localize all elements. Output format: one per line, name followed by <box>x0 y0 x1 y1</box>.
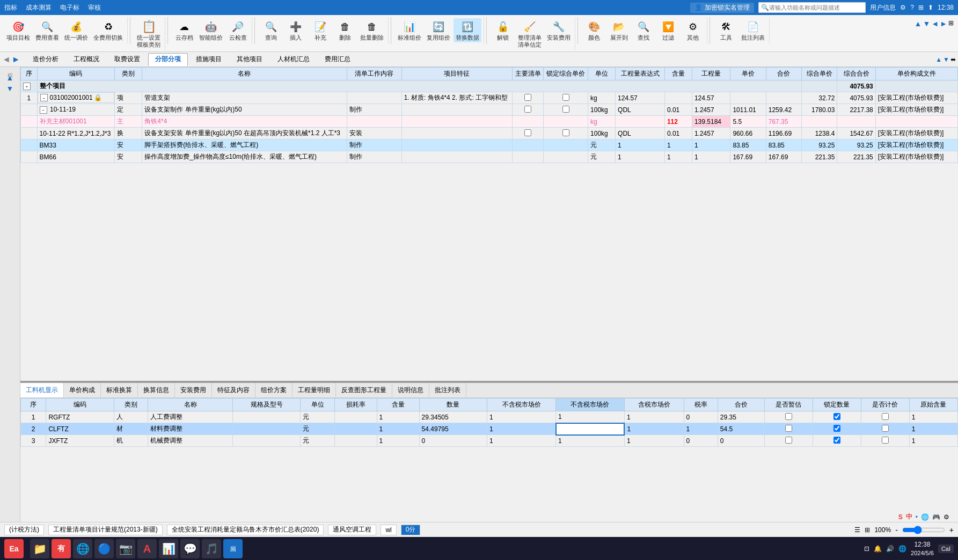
row-lock-unit[interactable] <box>544 128 588 139</box>
brow-estimate[interactable] <box>764 423 813 435</box>
estimate-check[interactable] <box>785 413 792 420</box>
tab-sub-projects[interactable]: 分部分项 <box>148 53 188 66</box>
insert-btn[interactable]: ➕ 插入 <box>284 18 308 42</box>
lock-unit-check[interactable] <box>562 94 569 101</box>
taskbar-video[interactable]: 🎵 <box>202 539 221 558</box>
tab-annotation-list-bottom[interactable]: 批注列表 <box>429 383 466 397</box>
all-price-btn[interactable]: 💰 统一调价 <box>62 18 90 42</box>
taskbar-chat[interactable]: 💬 <box>180 539 200 558</box>
row-main-list[interactable] <box>513 116 544 128</box>
zoom-in-btn[interactable]: + <box>949 526 954 534</box>
main-list-check[interactable] <box>524 106 531 113</box>
taskbar-office[interactable]: 📊 <box>159 539 178 558</box>
row-lock-unit[interactable] <box>544 104 588 116</box>
brand-icon2[interactable]: 🌐 <box>921 513 929 521</box>
taskbar-show-desktop[interactable]: ⊡ <box>864 545 869 552</box>
status-project[interactable]: 通风空调工程 <box>328 525 376 535</box>
status-standard[interactable]: 工程量清单项目计量规范(2013-新疆) <box>48 525 163 535</box>
tab-project-overview[interactable]: 工程概况 <box>67 53 106 66</box>
row-lock-unit[interactable] <box>544 92 588 104</box>
taskbar-cal[interactable]: CaI <box>938 544 954 553</box>
view-grid-icon[interactable]: ⊞ <box>865 526 870 534</box>
row-code[interactable]: BM33 <box>37 139 115 151</box>
smart-price-btn[interactable]: 🤖 智能组价 <box>197 18 225 42</box>
row-main-list[interactable] <box>513 128 544 139</box>
delete-btn[interactable]: 🗑 删除 <box>333 18 357 42</box>
tab-features-content[interactable]: 特征及内容 <box>212 383 255 397</box>
settings-icon[interactable]: ⚙ <box>900 4 906 11</box>
nav-next-btn[interactable]: ► <box>12 55 20 64</box>
search-input[interactable] <box>769 4 863 11</box>
filter-btn[interactable]: 🔽 过滤 <box>656 18 680 42</box>
batch-delete-btn[interactable]: 🗑 批量删除 <box>358 18 386 42</box>
row-collapse-btn[interactable]: - <box>40 94 48 101</box>
user-management-btn[interactable]: 👤 加密锁实名管理 <box>690 3 754 13</box>
main-list-check[interactable] <box>524 94 531 101</box>
layout-icon[interactable]: ⊞ <box>918 4 924 11</box>
taskbar-cad[interactable]: A <box>137 539 157 558</box>
view-list-icon[interactable]: ☰ <box>854 526 860 534</box>
up-arrow-btn[interactable]: ▲ <box>915 19 922 28</box>
standard-group-btn[interactable]: 📊 标准组价 <box>396 18 423 42</box>
next-btn[interactable]: ► <box>940 19 947 28</box>
tab-replace-info[interactable]: 换算信息 <box>138 383 175 397</box>
taskbar-network[interactable]: 🌐 <box>898 545 906 552</box>
tab-group-scheme[interactable]: 组价方案 <box>255 383 292 397</box>
query-btn[interactable]: 🔍 查询 <box>259 18 283 42</box>
reuse-group-btn[interactable]: 🔄 复用组价 <box>425 18 452 42</box>
nav-prev-btn[interactable]: ◄ <box>2 55 11 64</box>
tab-labor-summary[interactable]: 人材机汇总 <box>270 53 317 66</box>
row-lock-unit[interactable] <box>544 151 588 163</box>
tab-note-info[interactable]: 说明信息 <box>392 383 429 397</box>
row-main-list[interactable] <box>513 92 544 104</box>
brow-estimate[interactable] <box>764 435 813 447</box>
tab-audit[interactable]: 审核 <box>88 3 101 12</box>
all-reuse-btn[interactable]: ♻ 全费用切换 <box>91 18 125 42</box>
tab-reverse-drawing[interactable]: 反查图形工程量 <box>336 383 392 397</box>
tab-fee-summary[interactable]: 费用汇总 <box>318 53 357 66</box>
taskbar-explorer[interactable]: 📁 <box>30 539 49 558</box>
status-calc-method[interactable]: (计税方法) <box>4 525 44 535</box>
row-code[interactable]: - 031002001001 🔒 <box>38 92 115 103</box>
tools-btn[interactable]: 🛠 工具 <box>714 18 738 42</box>
nav-down-btn[interactable]: ▼ <box>943 56 949 63</box>
zoom-out-btn[interactable]: - <box>895 526 898 534</box>
tab-other-items[interactable]: 其他项目 <box>230 53 269 66</box>
color-btn[interactable]: 🎨 颜色 <box>582 18 606 42</box>
brow-lock-qty[interactable] <box>813 423 861 435</box>
row-code[interactable]: 补充主材001001 <box>37 116 115 128</box>
brow-priceable[interactable] <box>861 435 909 447</box>
nav-expand-btn[interactable]: ⬌ <box>950 56 956 63</box>
priceable-check[interactable] <box>882 425 889 432</box>
priceable-check[interactable] <box>882 413 889 420</box>
tab-labor-material[interactable]: 工料机显示 <box>20 383 64 397</box>
brow-no-tax-market-edit[interactable] <box>556 423 625 435</box>
no-tax-market-input[interactable] <box>559 426 622 432</box>
taskbar-chrome[interactable]: 🌐 <box>73 539 92 558</box>
tab-unit-comp[interactable]: 单价构成 <box>64 383 101 397</box>
clear-list-btn[interactable]: 🧹 整理清单清单估定 <box>516 18 544 49</box>
tab-indicators[interactable]: 指标 <box>4 3 17 12</box>
expand-btn[interactable]: 📂 展开到 <box>607 18 631 42</box>
supplement-btn[interactable]: 📝 补充 <box>309 18 332 42</box>
status-score[interactable]: 0分 <box>401 525 421 535</box>
tab-standard-replace[interactable]: 标准换算 <box>101 383 138 397</box>
row-code[interactable]: 10-11-22 R*1.2,J*1.2,J*3 <box>37 128 115 139</box>
lock-qty-check[interactable] <box>833 413 840 420</box>
sidebar-down-btn[interactable]: ▼ <box>6 84 14 93</box>
collapse-btn[interactable]: - <box>23 83 31 90</box>
brand-icon4[interactable]: ⚙ <box>944 513 949 521</box>
brow-priceable[interactable] <box>861 411 909 423</box>
row-main-list[interactable] <box>513 151 544 163</box>
row-main-list[interactable] <box>513 104 544 116</box>
brow-lock-qty[interactable] <box>813 435 861 447</box>
estimate-check[interactable] <box>785 437 792 444</box>
user-info-label[interactable]: 用户信息 <box>870 3 896 12</box>
tab-e-bid[interactable]: 电子标 <box>60 3 79 12</box>
sidebar-up-btn[interactable]: ▲ <box>6 73 14 82</box>
prev-btn[interactable]: ◄ <box>931 19 939 28</box>
taskbar-360[interactable]: 🔵 <box>94 539 114 558</box>
priceable-check[interactable] <box>882 437 889 444</box>
estimate-check[interactable] <box>785 425 792 432</box>
taskbar-youdao[interactable]: 有 <box>52 539 71 558</box>
